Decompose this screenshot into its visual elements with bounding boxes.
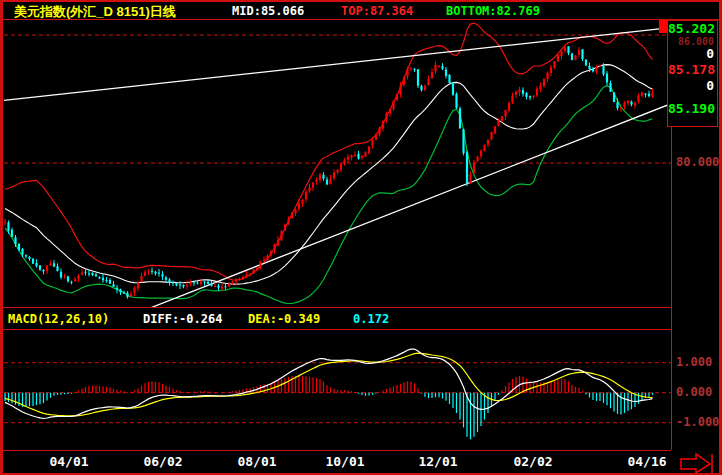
date-label[interactable]: 02/02 [513,454,552,469]
diff-line [5,349,653,419]
macd-bar-value: 0.172 [353,312,389,326]
window-border-left [0,0,3,475]
boll-top-value: TOP:87.364 [341,4,413,18]
date-label[interactable]: 10/01 [325,454,364,469]
macd-axis-label: -1.000 [676,416,719,429]
macd-dea-value: DEA:-0.349 [248,312,320,326]
macd-axis: 1.0000.000-1.000 [672,0,722,475]
macd-axis-label: 1.000 [676,356,712,369]
bollinger-lower-band [5,86,653,304]
date-label[interactable]: 04/01 [49,454,88,469]
chart-canvas[interactable] [0,0,722,475]
macd-indicator-name[interactable]: MACD(12,26,10) [8,312,109,326]
macd-header-top-line [3,307,671,308]
date-label[interactable]: 08/01 [237,454,276,469]
instrument-title[interactable]: 美元指数(外汇_D 8151)日线 [14,3,176,21]
app-window: 美元指数(外汇_D 8151)日线 MID:85.066 TOP:87.364 … [0,0,722,475]
date-label[interactable]: 12/01 [418,454,457,469]
bollinger-mid-band [5,65,653,285]
date-axis-line [3,450,671,451]
date-label[interactable]: 06/02 [143,454,182,469]
boll-bottom-value: BOTTOM:82.769 [446,4,540,18]
boll-mid-value: MID:85.066 [232,4,304,18]
macd-header-bottom-line [3,329,671,330]
trendline-1 [150,104,671,308]
main-price-pane[interactable] [3,23,671,308]
window-border-top [0,0,722,2]
trendline-0 [3,28,671,101]
candlestick-series [4,46,654,299]
date-axis: 04/0106/0208/0110/0112/0102/0204/16 [0,454,722,472]
macd-pane[interactable] [4,349,671,439]
macd-diff-value: DIFF:-0.264 [143,312,222,326]
macd-axis-label: 0.000 [676,386,712,399]
date-label[interactable]: 04/16 [627,454,666,469]
